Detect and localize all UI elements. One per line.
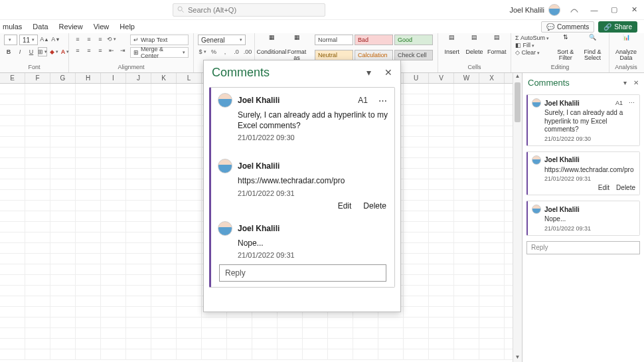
align-left-icon[interactable]: ≡	[73, 46, 82, 55]
cell[interactable]	[25, 339, 50, 349]
cell[interactable]	[50, 94, 76, 104]
cell[interactable]	[0, 264, 25, 274]
inc-decimal-icon[interactable]: .0	[232, 47, 241, 56]
cell[interactable]	[50, 254, 76, 264]
cell[interactable]	[479, 158, 505, 168]
cell[interactable]	[101, 339, 126, 349]
column-header[interactable]: K	[151, 73, 177, 83]
cell[interactable]	[101, 232, 126, 242]
cell[interactable]	[151, 286, 177, 296]
cell[interactable]	[76, 275, 101, 285]
cell[interactable]	[353, 328, 378, 338]
cell[interactable]	[50, 286, 76, 296]
cell[interactable]	[353, 339, 378, 349]
cell[interactable]	[353, 349, 378, 359]
style-bad[interactable]: Bad	[355, 35, 393, 45]
format-cells-button[interactable]: ▤Format	[487, 35, 507, 55]
tab-view[interactable]: View	[94, 23, 110, 31]
cell[interactable]	[479, 243, 505, 253]
cell[interactable]	[101, 147, 126, 157]
cell[interactable]	[151, 84, 177, 94]
cell[interactable]	[177, 116, 202, 126]
orientation-icon[interactable]: ⟲	[107, 35, 116, 44]
cell[interactable]	[429, 296, 454, 306]
tab-help[interactable]: Help	[120, 23, 135, 31]
cell[interactable]	[479, 317, 505, 327]
cell[interactable]	[25, 211, 50, 221]
cell[interactable]	[177, 349, 202, 359]
clear-button[interactable]: ◇ Clear	[515, 49, 550, 56]
cell[interactable]	[479, 328, 505, 338]
column-header[interactable]: W	[454, 73, 479, 83]
cell[interactable]	[50, 222, 76, 232]
cell[interactable]	[126, 211, 151, 221]
cell[interactable]	[126, 264, 151, 274]
scroll-up-icon[interactable]: ▲	[513, 73, 522, 81]
cell[interactable]	[404, 296, 429, 306]
cell[interactable]	[429, 201, 454, 211]
cell[interactable]	[404, 84, 429, 94]
cell[interactable]	[101, 201, 126, 211]
cell[interactable]	[177, 307, 202, 317]
cell[interactable]	[404, 243, 429, 253]
cell[interactable]	[25, 137, 50, 147]
cell[interactable]	[50, 179, 76, 189]
pane-close-icon[interactable]: ✕	[633, 79, 639, 86]
cell[interactable]	[0, 201, 25, 211]
cell[interactable]	[151, 307, 177, 317]
merge-center-button[interactable]: ⊞ Merge & Center	[130, 47, 189, 58]
cell[interactable]	[0, 137, 25, 147]
cell[interactable]	[126, 296, 151, 306]
cell[interactable]	[25, 201, 50, 211]
cell[interactable]	[479, 307, 505, 317]
cell[interactable]	[429, 126, 454, 136]
cell[interactable]	[50, 137, 76, 147]
insert-cells-button[interactable]: ▤Insert	[442, 35, 462, 55]
cell[interactable]	[429, 190, 454, 200]
cell[interactable]	[303, 328, 328, 338]
format-as-table-button[interactable]: ▦Format as	[287, 35, 307, 62]
ribbon-mode-icon[interactable]	[567, 3, 582, 17]
cell[interactable]	[429, 137, 454, 147]
cell[interactable]	[429, 232, 454, 242]
comment-card[interactable]: Joel Khalili https://www.techradar.com/p…	[526, 151, 640, 196]
cell[interactable]	[25, 254, 50, 264]
cell[interactable]	[454, 307, 479, 317]
cell[interactable]	[454, 339, 479, 349]
cell[interactable]	[151, 211, 177, 221]
grid-row[interactable]	[0, 328, 513, 339]
cell[interactable]	[177, 286, 202, 296]
cell[interactable]	[151, 126, 177, 136]
cell[interactable]	[50, 169, 76, 179]
cell[interactable]	[252, 349, 278, 359]
cell[interactable]	[177, 275, 202, 285]
cell[interactable]	[177, 105, 202, 115]
cell[interactable]	[101, 137, 126, 147]
cell[interactable]	[101, 211, 126, 221]
cell[interactable]	[404, 317, 429, 327]
cell[interactable]	[50, 126, 76, 136]
cell[interactable]	[151, 264, 177, 274]
cell[interactable]	[429, 211, 454, 221]
cell[interactable]	[25, 286, 50, 296]
indent-dec-icon[interactable]: ⇤	[107, 46, 116, 55]
minimize-button[interactable]: —	[584, 0, 604, 20]
cell[interactable]	[353, 317, 378, 327]
decrease-font-icon[interactable]: A▼	[51, 35, 60, 44]
cell[interactable]	[429, 116, 454, 126]
fill-color-icon[interactable]: ◆	[49, 47, 58, 56]
cell[interactable]	[177, 211, 202, 221]
cell[interactable]	[0, 339, 25, 349]
cell[interactable]	[454, 116, 479, 126]
cell[interactable]	[126, 232, 151, 242]
cell[interactable]	[278, 328, 303, 338]
cell[interactable]	[177, 94, 202, 104]
cell[interactable]	[50, 147, 76, 157]
cell[interactable]	[429, 328, 454, 338]
cell[interactable]	[479, 222, 505, 232]
cell[interactable]	[25, 179, 50, 189]
cell[interactable]	[454, 254, 479, 264]
grid-row[interactable]	[0, 317, 513, 328]
panel-options-icon[interactable]: ▾	[366, 67, 371, 78]
cell[interactable]	[126, 222, 151, 232]
